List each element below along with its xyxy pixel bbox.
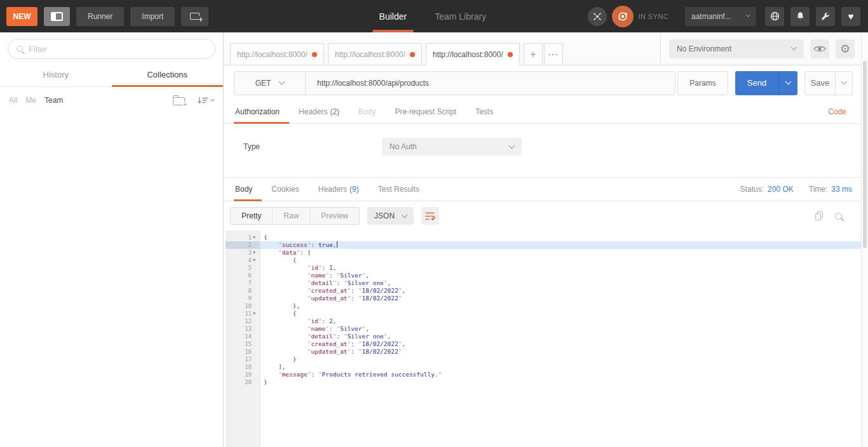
new-button[interactable]: NEW	[6, 7, 37, 26]
explore-button[interactable]	[765, 7, 784, 26]
tab-response-headers[interactable]: Headers (9)	[309, 178, 369, 201]
wrap-text-icon	[425, 211, 435, 221]
sync-icon	[617, 11, 628, 22]
settings-button[interactable]	[816, 7, 835, 26]
time-label: Time:	[809, 185, 828, 194]
save-options-button[interactable]	[835, 72, 852, 95]
globe-icon	[770, 11, 780, 22]
tab-collections[interactable]: Collections	[112, 63, 224, 86]
auth-type-select[interactable]: No Auth	[382, 138, 522, 156]
response-tabs: Body Cookies Headers (9) Test Results St…	[224, 178, 861, 201]
chevron-down-icon	[210, 97, 215, 101]
import-button[interactable]: Import	[130, 7, 175, 26]
request-tab-title: http://localhost:8000/	[335, 50, 406, 59]
tab-headers[interactable]: Headers (2)	[289, 100, 349, 123]
scope-me[interactable]: Me	[25, 96, 36, 105]
time-value[interactable]: 33 ms	[831, 185, 852, 194]
top-header: NEW Runner Import Builder Team Library	[0, 0, 868, 32]
new-collection-icon[interactable]	[173, 97, 185, 105]
header-right: IN SYNC aatmaninf... ♥	[588, 6, 868, 27]
request-tab-2[interactable]: http://localhost:8000/	[328, 43, 422, 65]
request-tab-strip: http://localhost:8000/ http://localhost:…	[224, 32, 861, 65]
url-input[interactable]: http://localhost:8000/api/products	[306, 72, 675, 95]
account-name: aatmaninf...	[691, 12, 731, 21]
tab-authorization[interactable]: Authorization	[234, 100, 289, 123]
tab-label: Pre-request Script	[395, 107, 456, 116]
runner-button[interactable]: Runner	[76, 7, 124, 26]
new-window-icon	[190, 13, 200, 20]
wrench-icon	[821, 11, 831, 21]
environment-select[interactable]: No Environment	[669, 39, 804, 58]
status-label: Status:	[740, 185, 764, 194]
scope-team[interactable]: Team	[44, 96, 63, 105]
request-editor-tabs: Authorization Headers (2) Body Pre-reque…	[224, 100, 861, 124]
tab-test-results[interactable]: Test Results	[369, 178, 429, 201]
sync-button[interactable]	[612, 6, 634, 27]
new-tab-button[interactable]: +	[524, 43, 543, 65]
new-window-button[interactable]	[181, 7, 208, 26]
unsaved-dot-icon	[312, 52, 317, 57]
bell-icon	[796, 11, 805, 21]
account-menu[interactable]: aatmaninf...	[685, 7, 756, 26]
heart-icon: ♥	[848, 11, 854, 21]
code-line: 12 "id": 2,	[224, 317, 861, 325]
copy-response-button[interactable]	[815, 211, 823, 220]
sort-button[interactable]	[198, 97, 214, 105]
code-line: 20}	[224, 378, 861, 386]
format-select[interactable]: JSON	[367, 207, 414, 225]
chevron-down-icon	[791, 44, 797, 51]
wrap-text-button[interactable]	[421, 207, 439, 225]
view-raw[interactable]: Raw	[272, 208, 309, 224]
tab-label: Headers	[299, 107, 327, 116]
capture-button[interactable]	[588, 7, 607, 26]
tab-team-library[interactable]: Team Library	[421, 0, 500, 32]
view-preview[interactable]: Preview	[309, 208, 359, 224]
capture-icon	[592, 11, 602, 22]
url-row: GET http://localhost:8000/api/products P…	[224, 65, 861, 100]
scrollbar-thumb[interactable]	[863, 61, 867, 248]
save-button[interactable]: Save	[805, 72, 835, 95]
notifications-button[interactable]	[790, 7, 810, 26]
tab-label: Authorization	[235, 107, 280, 116]
send-button[interactable]: Send	[735, 71, 778, 95]
code-line: 6 "name": "Silver",	[224, 272, 861, 279]
response-editor[interactable]: 1▾{2 "success": true,3▾ "data": [4▾ {5 "…	[224, 230, 861, 447]
tab-body[interactable]: Body	[349, 100, 385, 123]
code-line: 4▾ {	[224, 257, 861, 264]
more-tabs-button[interactable]: ···	[544, 43, 563, 65]
request-tab-1[interactable]: http://localhost:8000/	[230, 43, 324, 65]
code-line: 19 "message": "Products retrieved succes…	[224, 371, 861, 378]
params-button[interactable]: Params	[677, 71, 728, 95]
environment-quicklook-button[interactable]	[810, 39, 829, 58]
request-tab-3[interactable]: http://localhost:8000/	[426, 43, 520, 65]
tab-builder[interactable]: Builder	[365, 0, 421, 32]
tab-history[interactable]: History	[0, 63, 112, 86]
request-box: GET http://localhost:8000/api/products	[234, 71, 675, 95]
response-meta: Status: 200 OK Time: 33 ms	[740, 178, 852, 201]
environment-area: No Environment ⚙	[660, 32, 855, 65]
tab-pre-request-script[interactable]: Pre-request Script	[385, 100, 466, 123]
tab-count: (2)	[330, 107, 339, 116]
chevron-down-icon	[509, 142, 515, 149]
tab-label: Test Results	[378, 185, 419, 194]
sort-icon	[198, 97, 209, 105]
code-line: 8 "created_at": "18/02/2022",	[224, 287, 861, 295]
tab-tests[interactable]: Tests	[466, 100, 503, 123]
code-link[interactable]: Code	[828, 100, 846, 123]
tab-response-body[interactable]: Body	[234, 178, 262, 201]
sidebar-toggle-button[interactable]	[44, 7, 70, 26]
request-tab-title: http://localhost:8000/	[237, 50, 308, 59]
status-value[interactable]: 200 OK	[768, 185, 794, 194]
send-options-button[interactable]	[778, 71, 797, 95]
filter-input[interactable]	[29, 44, 207, 54]
view-pretty[interactable]: Pretty	[231, 208, 272, 224]
support-button[interactable]: ♥	[841, 7, 860, 26]
scope-all[interactable]: All	[9, 96, 17, 105]
response-toolbar: Pretty Raw Preview JSON	[224, 201, 861, 230]
view-mode-toggle: Pretty Raw Preview	[230, 207, 360, 225]
search-response-button[interactable]	[835, 213, 842, 220]
code-line: 16 "updated_at": "18/02/2022"	[224, 348, 861, 356]
environment-settings-button[interactable]: ⚙	[836, 39, 855, 58]
tab-cookies[interactable]: Cookies	[262, 178, 308, 201]
method-select[interactable]: GET	[234, 72, 306, 95]
